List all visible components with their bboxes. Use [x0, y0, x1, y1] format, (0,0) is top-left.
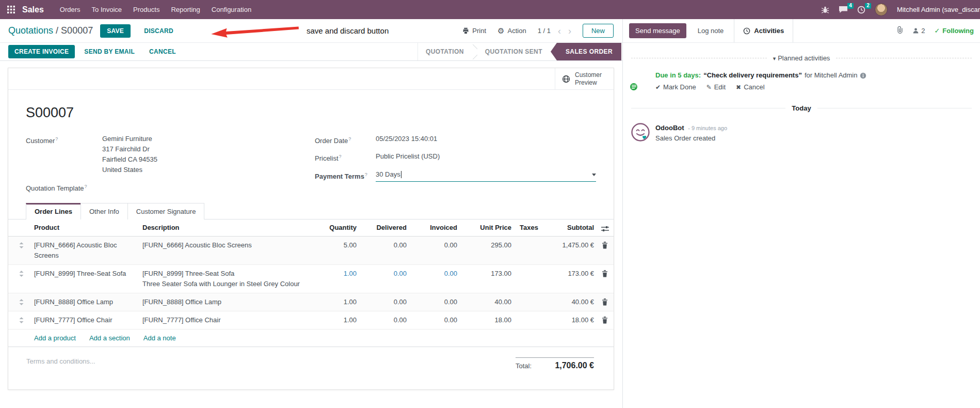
- app-name[interactable]: Sales: [22, 5, 44, 14]
- cell-unit-price[interactable]: 173.00: [457, 269, 511, 279]
- menu-orders[interactable]: Orders: [54, 6, 86, 13]
- info-icon[interactable]: [860, 72, 866, 79]
- tab-order-lines[interactable]: Order Lines: [26, 203, 81, 219]
- print-button[interactable]: Print: [462, 27, 486, 35]
- cell-delivered[interactable]: 0.00: [357, 269, 407, 279]
- field-groups: Customer? Gemini Furniture 317 Fairchild…: [26, 134, 596, 194]
- cell-description[interactable]: [FURN_8888] Office Lamp: [142, 297, 313, 307]
- add-section-link[interactable]: Add a section: [89, 334, 130, 342]
- drag-handle-icon[interactable]: [8, 269, 34, 277]
- message-author[interactable]: OdooBot: [655, 124, 684, 132]
- table-row: [FURN_8888] Office Lamp [FURN_8888] Offi…: [8, 293, 614, 311]
- cell-quantity[interactable]: 1.00: [313, 269, 357, 279]
- user-avatar[interactable]: [875, 3, 888, 16]
- cell-delivered[interactable]: 0.00: [357, 315, 407, 325]
- cell-invoiced[interactable]: 0.00: [407, 240, 457, 250]
- messages-icon[interactable]: 4: [839, 6, 848, 13]
- optional-columns-icon[interactable]: [594, 224, 616, 232]
- attachments-button[interactable]: [896, 26, 903, 36]
- cancel-button[interactable]: CANCEL: [144, 45, 181, 58]
- pricelist-field[interactable]: Public Pricelist (USD): [376, 151, 440, 164]
- annotation-text: save and discard button: [307, 26, 389, 35]
- tab-customer-signature[interactable]: Customer Signature: [127, 203, 205, 219]
- add-note-link[interactable]: Add a note: [143, 334, 176, 342]
- cell-quantity[interactable]: 1.00: [313, 297, 357, 307]
- menu-products[interactable]: Products: [127, 6, 165, 13]
- cell-unit-price[interactable]: 295.00: [457, 240, 511, 250]
- send-message-button[interactable]: Send message: [629, 23, 686, 38]
- payment-terms-field[interactable]: 30 Days: [376, 169, 596, 182]
- address-country: United States: [102, 165, 157, 175]
- log-note-button[interactable]: Log note: [698, 27, 724, 35]
- cell-invoiced[interactable]: 0.00: [407, 297, 457, 307]
- header-delivered: Delivered: [357, 223, 407, 233]
- header-subtotal: Subtotal: [548, 223, 594, 233]
- sheet: Customer Preview S00007 Customer? Gemini…: [8, 68, 614, 390]
- cell-invoiced[interactable]: 0.00: [407, 269, 457, 279]
- drag-handle-icon[interactable]: [8, 297, 34, 305]
- followers-button[interactable]: 2: [912, 27, 925, 35]
- cell-quantity[interactable]: 5.00: [313, 240, 357, 250]
- cell-product[interactable]: [FURN_6666] Acoustic Bloc Screens: [34, 240, 142, 261]
- statusbar-step-sales-order[interactable]: SALES ORDER: [557, 43, 621, 60]
- planned-activities-header[interactable]: ▾Planned activities: [631, 54, 972, 62]
- cell-description[interactable]: [FURN_7777] Office Chair: [142, 315, 313, 325]
- cell-product[interactable]: [FURN_7777] Office Chair: [34, 315, 142, 325]
- odoo-app-window: Sales Orders To Invoice Products Reporti…: [0, 0, 980, 408]
- cell-invoiced[interactable]: 0.00: [407, 315, 457, 325]
- cell-description[interactable]: [FURN_6666] Acoustic Bloc Screens: [142, 240, 313, 250]
- main-panel: Quotations / S00007 SAVE DISCARD save an…: [0, 19, 623, 408]
- debug-bug-icon[interactable]: [821, 6, 829, 13]
- drag-handle-icon[interactable]: [8, 315, 34, 323]
- cell-description[interactable]: [FURN_8999] Three-Seat SofaThree Seater …: [142, 269, 313, 289]
- order-date-field[interactable]: 05/25/2023 15:40:01: [376, 134, 437, 146]
- delete-row-icon[interactable]: [594, 315, 616, 324]
- cancel-activity-button[interactable]: ✖Cancel: [736, 83, 765, 91]
- delete-row-icon[interactable]: [594, 269, 616, 277]
- pager-previous-icon[interactable]: ‹: [558, 26, 561, 36]
- send-by-email-button[interactable]: SEND BY EMAIL: [79, 45, 140, 58]
- edit-activity-button[interactable]: ✎Edit: [706, 83, 726, 91]
- divider-line: [817, 108, 972, 108]
- following-button[interactable]: ✓ Following: [934, 27, 974, 35]
- breadcrumb: Quotations / S00007: [8, 25, 93, 36]
- cell-delivered[interactable]: 0.00: [357, 240, 407, 250]
- create-invoice-button[interactable]: CREATE INVOICE: [8, 45, 75, 58]
- menu-to-invoice[interactable]: To Invoice: [86, 6, 128, 13]
- delete-row-icon[interactable]: [594, 297, 616, 306]
- tab-other-info[interactable]: Other Info: [81, 203, 128, 219]
- add-product-link[interactable]: Add a product: [34, 334, 76, 342]
- user-menu[interactable]: Mitchell Admin (save_discar: [897, 6, 980, 13]
- apps-grid-icon[interactable]: [5, 6, 17, 13]
- total-value: 1,706.00 €: [555, 361, 594, 370]
- cell-delivered[interactable]: 0.00: [357, 297, 407, 307]
- customer-preview-button[interactable]: Customer Preview: [555, 68, 614, 89]
- new-button[interactable]: New: [583, 24, 614, 38]
- cell-product[interactable]: [FURN_8888] Office Lamp: [34, 297, 142, 307]
- statusbar-step-quotation[interactable]: QUOTATION: [418, 43, 472, 60]
- delete-row-icon[interactable]: [594, 240, 616, 249]
- dropdown-caret-icon[interactable]: [592, 174, 596, 176]
- cell-unit-price[interactable]: 18.00: [457, 315, 511, 325]
- caret-down-icon: ▾: [773, 55, 776, 61]
- mark-done-button[interactable]: ✔Mark Done: [655, 83, 696, 91]
- discard-button[interactable]: DISCARD: [141, 27, 176, 35]
- pager-next-icon[interactable]: ›: [568, 26, 571, 36]
- cell-quantity[interactable]: 1.00: [313, 315, 357, 325]
- help-marker: ?: [348, 136, 351, 142]
- cell-product[interactable]: [FURN_8999] Three-Seat Sofa: [34, 269, 142, 279]
- activity-assignee: for Mitchell Admin: [805, 71, 858, 80]
- save-button[interactable]: SAVE: [100, 24, 131, 38]
- customer-link[interactable]: Gemini Furniture: [102, 134, 157, 144]
- statusbar-step-quotation-sent[interactable]: QUOTATION SENT: [477, 43, 550, 60]
- activities-tab[interactable]: Activities: [734, 19, 793, 42]
- cell-unit-price[interactable]: 40.00: [457, 297, 511, 307]
- drag-handle-icon[interactable]: [8, 240, 34, 248]
- menu-configuration[interactable]: Configuration: [206, 6, 257, 13]
- message-timestamp: - 9 minutes ago: [688, 125, 727, 131]
- action-button[interactable]: ⚙ Action: [497, 27, 526, 35]
- terms-placeholder[interactable]: Terms and conditions...: [26, 357, 95, 370]
- activities-clock-icon[interactable]: 2: [857, 6, 865, 14]
- breadcrumb-quotations-link[interactable]: Quotations: [8, 25, 53, 36]
- menu-reporting[interactable]: Reporting: [165, 6, 205, 13]
